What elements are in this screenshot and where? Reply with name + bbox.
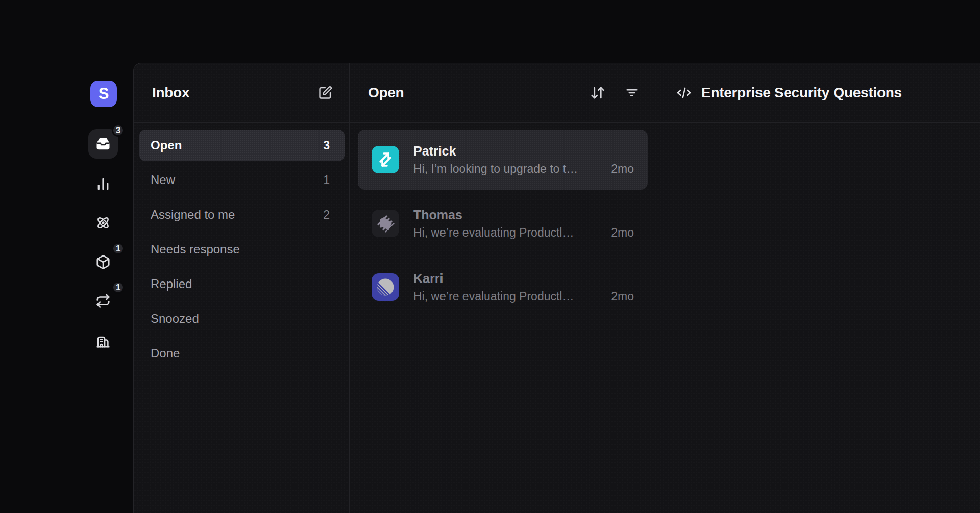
app-logo[interactable]: S	[90, 81, 117, 107]
inbox-tray-icon	[95, 136, 111, 151]
rail-item-building[interactable]	[88, 326, 118, 356]
folder-needs-response[interactable]: Needs response	[139, 234, 345, 265]
folder-snoozed[interactable]: Snoozed	[139, 303, 345, 335]
folder-label: Replied	[151, 277, 192, 291]
conversation-karri[interactable]: Karri Hi, we’re evaluating Productl… 2mo	[358, 257, 648, 317]
compose-button[interactable]	[318, 86, 332, 100]
conversation-time: 2mo	[611, 226, 634, 240]
conversation-time: 2mo	[611, 162, 634, 176]
cube-badge: 1	[112, 242, 125, 255]
atom-icon	[95, 215, 111, 231]
folder-label: Snoozed	[151, 312, 199, 326]
rail-item-bar-chart[interactable]	[88, 169, 118, 199]
sort-arrows-icon	[590, 85, 605, 100]
conversation-name: Thomas	[413, 208, 634, 222]
folder-open[interactable]: Open 3	[139, 130, 345, 161]
code-brackets-icon	[675, 84, 693, 101]
folder-label: Done	[151, 346, 180, 361]
list-panel-title: Open	[368, 85, 404, 101]
conversation-patrick[interactable]: Patrick Hi, I’m looking to upgrade to t……	[358, 130, 648, 190]
folder-new[interactable]: New 1	[139, 164, 345, 196]
avatar-swap-arrows	[372, 146, 399, 173]
detail-body	[656, 123, 980, 513]
list-panel-header: Open	[350, 63, 656, 123]
conversation-preview: Hi, we’re evaluating Productl…	[413, 226, 603, 240]
repeat-badge: 1	[112, 281, 125, 294]
folder-count: 2	[323, 208, 330, 222]
folder-assigned-to-me[interactable]: Assigned to me 2	[139, 199, 345, 230]
conversation-preview: Hi, I’m looking to upgrade to t…	[413, 162, 603, 176]
avatar-striped-arrow-logo	[372, 210, 399, 237]
app-window: Inbox Open 3 New 1 Assigned to me	[133, 63, 980, 513]
conversation-name: Patrick	[413, 144, 634, 159]
folders-panel-header: Inbox	[134, 63, 349, 123]
sort-button[interactable]	[590, 85, 605, 100]
folder-count: 3	[323, 139, 330, 152]
rail-item-inbox[interactable]: 3	[88, 129, 118, 159]
folders-panel: Inbox Open 3 New 1 Assigned to me	[134, 63, 350, 513]
conversation-time: 2mo	[611, 290, 634, 303]
folder-label: Needs response	[151, 242, 240, 256]
filter-lines-icon	[625, 86, 639, 100]
conversation-thomas[interactable]: Thomas Hi, we’re evaluating Productl… 2m…	[358, 193, 648, 253]
folders-panel-title: Inbox	[152, 85, 189, 101]
rail-item-repeat[interactable]: 1	[88, 286, 118, 316]
folder-done[interactable]: Done	[139, 338, 345, 369]
avatar-striped-globe-logo	[372, 273, 399, 301]
conversation-list: Patrick Hi, I’m looking to upgrade to t……	[350, 123, 656, 317]
building-icon	[95, 334, 111, 349]
detail-panel-title: Enterprise Security Questions	[701, 85, 902, 101]
app-logo-letter: S	[99, 85, 109, 103]
folder-label: New	[151, 173, 175, 187]
conversation-list-panel: Open	[350, 63, 656, 513]
repeat-arrows-icon	[95, 293, 111, 309]
folder-label: Open	[151, 138, 182, 152]
bar-chart-icon	[95, 176, 111, 192]
folder-count: 1	[323, 173, 330, 187]
detail-panel-header: Enterprise Security Questions	[656, 63, 980, 123]
rail-item-cube[interactable]: 1	[88, 247, 118, 277]
inbox-badge: 3	[112, 124, 125, 137]
folder-list: Open 3 New 1 Assigned to me 2 Needs resp…	[134, 123, 349, 369]
detail-panel: Enterprise Security Questions	[656, 63, 980, 513]
rail-item-atom[interactable]	[88, 208, 118, 238]
cube-icon	[95, 254, 111, 270]
conversation-preview: Hi, we’re evaluating Productl…	[413, 290, 603, 303]
conversation-name: Karri	[413, 271, 634, 286]
filter-button[interactable]	[625, 86, 639, 100]
folder-label: Assigned to me	[151, 208, 235, 222]
folder-replied[interactable]: Replied	[139, 268, 345, 300]
compose-icon	[318, 86, 332, 100]
